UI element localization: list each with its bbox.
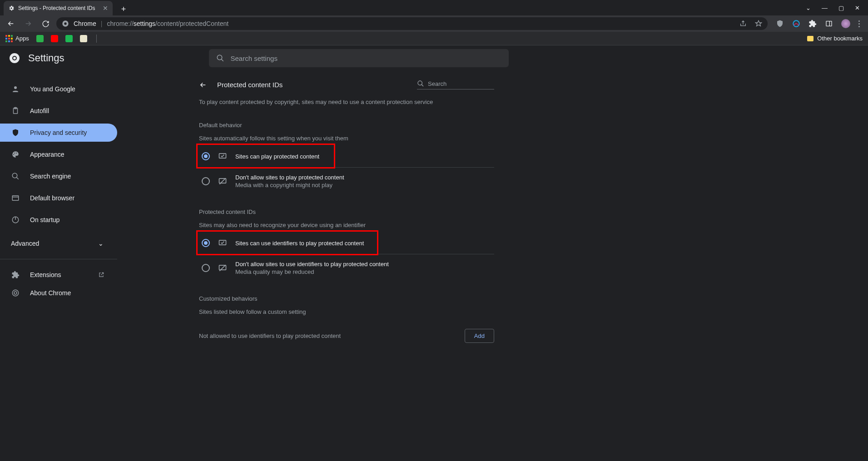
browser-tab[interactable]: Settings - Protected content IDs ✕ bbox=[4, 1, 113, 15]
apps-label: Apps bbox=[15, 35, 29, 42]
profile-avatar[interactable] bbox=[841, 19, 850, 28]
radio-selected-icon[interactable] bbox=[202, 152, 210, 160]
option-allow-ids[interactable]: Sites can use identifiers to play protec… bbox=[199, 232, 494, 254]
gear-icon bbox=[8, 5, 15, 11]
sidebar-item-default-browser[interactable]: Default browser bbox=[0, 189, 117, 207]
apps-shortcut[interactable]: Apps bbox=[5, 35, 29, 42]
protected-content-panel: Protected content IDs Search To play con… bbox=[199, 80, 494, 343]
add-button[interactable]: Add bbox=[465, 329, 494, 343]
sidebar-label: On startup bbox=[30, 216, 60, 223]
option-block-protected[interactable]: Don't allow sites to play protected cont… bbox=[199, 168, 494, 195]
share-icon[interactable] bbox=[739, 20, 747, 27]
tab-title: Settings - Protected content IDs bbox=[18, 5, 99, 11]
close-window-icon[interactable]: ✕ bbox=[855, 5, 860, 11]
panel-back-button[interactable] bbox=[199, 81, 208, 89]
folder-icon bbox=[807, 36, 813, 41]
other-bookmarks-label: Other bookmarks bbox=[817, 35, 863, 42]
circle-ext-icon[interactable] bbox=[792, 20, 800, 28]
option-sub: Media with a copyright might not play bbox=[235, 182, 344, 188]
sidebar-label: Search engine bbox=[30, 173, 71, 180]
sidebar-item-you-and-google[interactable]: You and Google bbox=[0, 80, 117, 98]
radio-unselected-icon[interactable] bbox=[202, 177, 210, 185]
bookmark-separator bbox=[96, 35, 97, 43]
sidebar-item-appearance[interactable]: Appearance bbox=[0, 145, 117, 164]
window-controls: ⌄ — ▢ ✕ bbox=[806, 0, 868, 15]
extensions-label: Extensions bbox=[30, 271, 61, 278]
sidebar-item-search-engine[interactable]: Search engine bbox=[0, 167, 117, 185]
svg-line-25 bbox=[422, 84, 423, 86]
person-icon bbox=[11, 84, 20, 94]
tab-search-icon[interactable]: ⌄ bbox=[806, 5, 811, 11]
omnibox-url: chrome://settings/content/protectedConte… bbox=[107, 20, 228, 27]
power-icon bbox=[11, 215, 20, 224]
option-label: Sites can play protected content bbox=[235, 153, 319, 160]
svg-line-17 bbox=[16, 177, 19, 179]
chrome-logo-icon bbox=[9, 53, 20, 64]
about-label: About Chrome bbox=[30, 289, 71, 297]
svg-line-9 bbox=[221, 59, 223, 61]
chrome-menu-icon[interactable] bbox=[858, 20, 860, 27]
not-allowed-text: Not allowed to use identifiers to play p… bbox=[199, 332, 341, 339]
panel-search[interactable]: Search bbox=[417, 80, 494, 89]
svg-point-10 bbox=[14, 86, 17, 89]
default-behavior-title: Default behavior bbox=[199, 122, 494, 129]
shield-ext-icon[interactable] bbox=[776, 20, 784, 28]
search-icon bbox=[417, 80, 424, 87]
option-play-protected[interactable]: Sites can play protected content bbox=[199, 145, 494, 168]
bookmark-item[interactable] bbox=[36, 35, 44, 42]
back-button[interactable] bbox=[5, 17, 17, 30]
ids-sub: Sites may also need to recognize your de… bbox=[199, 222, 494, 228]
omnibox-site-label: Chrome bbox=[74, 20, 96, 27]
toolbar: Chrome | chrome://settings/content/prote… bbox=[0, 15, 868, 32]
sidebar-item-extensions[interactable]: Extensions bbox=[0, 266, 117, 284]
new-tab-button[interactable]: + bbox=[117, 3, 130, 15]
tab-strip: Settings - Protected content IDs ✕ + ⌄ —… bbox=[0, 0, 868, 15]
sidebar-divider bbox=[0, 259, 117, 259]
browser-icon bbox=[11, 193, 20, 203]
settings-title: Settings bbox=[28, 52, 64, 64]
external-link-icon bbox=[98, 272, 104, 278]
ids-title: Protected content IDs bbox=[199, 208, 494, 215]
address-bar[interactable]: Chrome | chrome://settings/content/prote… bbox=[56, 17, 768, 30]
sidebar-item-privacy-security[interactable]: Privacy and security bbox=[0, 124, 117, 142]
search-icon bbox=[11, 172, 20, 181]
settings-search[interactable]: Search settings bbox=[209, 49, 509, 67]
sidebar-label: You and Google bbox=[30, 85, 75, 93]
bookmark-item[interactable] bbox=[51, 35, 58, 42]
svg-point-16 bbox=[12, 173, 17, 178]
sidebar-label: Appearance bbox=[30, 151, 64, 158]
radio-selected-icon[interactable] bbox=[202, 239, 210, 247]
bookmarks-bar: Apps Other bookmarks bbox=[0, 32, 868, 45]
sidebar-item-on-startup[interactable]: On startup bbox=[0, 211, 117, 229]
forward-button[interactable] bbox=[22, 17, 35, 30]
screen-off-icon bbox=[218, 177, 227, 186]
default-behavior-sub: Sites automatically follow this setting … bbox=[199, 135, 494, 142]
sidebar-label: Default browser bbox=[30, 194, 74, 202]
other-bookmarks-folder[interactable]: Other bookmarks bbox=[807, 35, 863, 42]
reload-button[interactable] bbox=[39, 17, 52, 30]
svg-point-1 bbox=[64, 22, 66, 25]
option-label: Don't allow sites to use identifiers to … bbox=[235, 261, 389, 268]
chevron-down-icon: ⌄ bbox=[98, 240, 104, 247]
sidebar-item-autofill[interactable]: Autofill bbox=[0, 102, 117, 120]
advanced-label: Advanced bbox=[11, 240, 39, 247]
shield-icon bbox=[11, 128, 20, 137]
bookmark-star-icon[interactable] bbox=[755, 20, 762, 27]
svg-point-22 bbox=[12, 290, 19, 296]
custom-title: Customized behaviors bbox=[199, 295, 494, 302]
panel-search-placeholder: Search bbox=[428, 80, 446, 87]
bookmark-item[interactable] bbox=[65, 35, 73, 42]
radio-unselected-icon[interactable] bbox=[202, 264, 210, 272]
minimize-icon[interactable]: — bbox=[822, 5, 828, 11]
bookmark-item[interactable] bbox=[80, 35, 87, 42]
sidebar-label: Privacy and security bbox=[30, 129, 87, 136]
maximize-icon[interactable]: ▢ bbox=[838, 5, 844, 11]
sidepanel-icon[interactable] bbox=[825, 20, 833, 28]
sidebar-advanced[interactable]: Advanced ⌄ bbox=[0, 234, 117, 253]
sidebar-item-about[interactable]: About Chrome bbox=[0, 284, 117, 302]
puzzle-ext-icon[interactable] bbox=[808, 20, 817, 28]
close-tab-icon[interactable]: ✕ bbox=[103, 5, 108, 12]
panel-title: Protected content IDs bbox=[217, 81, 283, 89]
option-block-ids[interactable]: Don't allow sites to use identifiers to … bbox=[199, 254, 494, 282]
option-sub: Media quality may be reduced bbox=[235, 268, 389, 275]
